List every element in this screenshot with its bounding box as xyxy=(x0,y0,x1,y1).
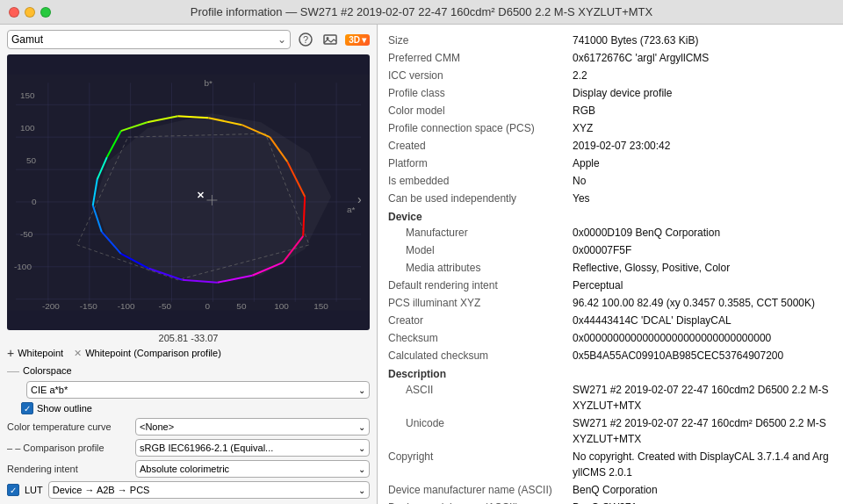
close-button[interactable] xyxy=(9,7,19,18)
svg-text:a*: a* xyxy=(347,205,356,214)
show-outline-row: ✓ Show outline xyxy=(21,402,370,414)
colorspace-select[interactable]: CIE a*b* ⌄ xyxy=(26,381,370,399)
cross-icon: + xyxy=(7,346,14,360)
info-value: Display device profile xyxy=(573,85,832,101)
comparison-profile-select[interactable]: sRGB IEC61966-2.1 (Equival... ⌄ xyxy=(135,439,370,457)
info-label: Created xyxy=(388,138,573,154)
table-row: Calculated checksum0x5B4A55AC09910AB985C… xyxy=(388,347,832,364)
info-value: Apple xyxy=(573,155,832,171)
right-panel: Size741000 Bytes (723.63 KiB)Preferred C… xyxy=(378,25,843,504)
whitepoint-label: Whitepoint xyxy=(18,348,63,358)
comparison-whitepoint-legend: ✕ Whitepoint (Comparison profile) xyxy=(74,346,221,360)
table-row: Manufacturer0x0000D109 BenQ Corporation xyxy=(388,224,832,241)
info-label: PCS illuminant XYZ xyxy=(388,295,573,311)
check-icon: ✓ xyxy=(24,404,31,414)
lut-value: Device → A2B → PCS xyxy=(53,485,150,495)
info-label: Model xyxy=(388,242,573,258)
svg-text:50: 50 xyxy=(26,155,37,165)
info-label: Device manufacturer name (ASCII) xyxy=(388,482,573,498)
rendering-intent-select[interactable]: Absolute colorimetric ⌄ xyxy=(135,460,370,478)
rendering-intent-value: Absolute colorimetric xyxy=(140,464,229,474)
section-header: Device xyxy=(388,211,832,223)
info-value: SW271 #2 2019-02-07 22-47 160cdm² D6500 … xyxy=(573,415,832,447)
table-row: Preferred CMM0x6172676C 'argl' ArgyllCMS xyxy=(388,49,832,67)
svg-text:100: 100 xyxy=(274,301,289,311)
table-row: Is embeddedNo xyxy=(388,172,832,190)
info-value: 0x44443414C 'DCAL' DisplayCAL xyxy=(573,313,832,328)
info-label: Color model xyxy=(388,103,573,119)
comparison-profile-arrow: ⌄ xyxy=(358,443,365,453)
info-label: Can be used independently xyxy=(388,191,573,206)
info-label: ASCII xyxy=(388,382,573,414)
info-label: Creator xyxy=(388,313,573,328)
color-temp-select[interactable]: <None> ⌄ xyxy=(135,418,370,436)
info-value: RGB xyxy=(573,103,832,119)
chevron-down-icon: ⌄ xyxy=(277,33,286,46)
table-row: Media attributesReflective, Glossy, Posi… xyxy=(388,259,832,277)
gamut-select-value: Gamut xyxy=(11,33,43,46)
table-row: Profile connection space (PCS)XYZ xyxy=(388,119,832,137)
maximize-button[interactable] xyxy=(40,7,51,18)
info-label: Profile connection space (PCS) xyxy=(388,120,573,136)
svg-text:100: 100 xyxy=(20,123,35,133)
comparison-whitepoint-label: Whitepoint (Comparison profile) xyxy=(85,348,221,358)
info-label: ICC version xyxy=(388,68,573,83)
info-value: 0x5B4A55AC09910AB985CEC53764907200 xyxy=(573,348,832,364)
info-label: Platform xyxy=(388,155,573,171)
show-outline-checkbox[interactable]: ✓ xyxy=(21,402,33,414)
info-label: Unicode xyxy=(388,415,573,447)
info-label: Device model name (ASCII) xyxy=(388,500,573,504)
left-panel: Gamut ⌄ ? 3D ▾ xyxy=(0,25,378,504)
table-row: PlatformApple xyxy=(388,155,832,172)
top-controls: Gamut ⌄ ? 3D ▾ xyxy=(7,30,370,49)
svg-text:-50: -50 xyxy=(159,301,172,311)
colorspace-row: CIE a*b* ⌄ xyxy=(7,381,370,399)
svg-text:-50: -50 xyxy=(20,229,33,239)
table-row: Created2019-02-07 23:00:42 xyxy=(388,137,832,155)
info-label: Is embedded xyxy=(388,173,573,189)
table-row: Device manufacturer name (ASCII)BenQ Cor… xyxy=(388,481,832,499)
info-value: 0x00007F5F xyxy=(573,242,832,258)
gamut-chart: 150 100 50 0 -50 -100 -200 -150 -100 -50… xyxy=(7,54,370,330)
comparison-profile-value: sRGB IEC61966-2.1 (Equival... xyxy=(140,443,273,453)
svg-text:-200: -200 xyxy=(42,301,60,311)
lut-check-icon: ✓ xyxy=(10,486,17,495)
info-label: Copyright xyxy=(388,449,573,480)
svg-text:-100: -100 xyxy=(118,301,135,311)
colorspace-value: CIE a*b* xyxy=(31,385,68,395)
svg-text:-100: -100 xyxy=(14,262,32,271)
info-value: 2019-02-07 23:00:42 xyxy=(573,138,832,154)
table-row: Creator0x44443414C 'DCAL' DisplayCAL xyxy=(388,312,832,329)
help-button[interactable]: ? xyxy=(296,30,315,49)
info-value: Perceptual xyxy=(573,277,832,293)
table-row: Default rendering intentPerceptual xyxy=(388,277,832,294)
svg-text:-150: -150 xyxy=(80,301,97,311)
info-label: Profile class xyxy=(388,85,573,101)
svg-text:50: 50 xyxy=(236,301,247,311)
info-label: Media attributes xyxy=(388,260,573,276)
lut-select[interactable]: Device → A2B → PCS ⌄ xyxy=(48,481,370,499)
minimize-button[interactable] xyxy=(25,7,35,18)
info-label: Checksum xyxy=(388,330,573,346)
svg-text:›: › xyxy=(357,192,362,206)
rendering-intent-row: Rendering intent Absolute colorimetric ⌄ xyxy=(7,460,370,478)
image-button[interactable] xyxy=(321,30,340,49)
table-row: CopyrightNo copyright. Created with Disp… xyxy=(388,448,832,481)
svg-text:0: 0 xyxy=(205,301,210,311)
table-row: ASCIISW271 #2 2019-02-07 22-47 160cdm2 D… xyxy=(388,381,832,414)
info-value: 741000 Bytes (723.63 KiB) xyxy=(573,32,832,48)
comparison-profile-row: – – Comparison profile sRGB IEC61966-2.1… xyxy=(7,439,370,457)
lut-label: LUT xyxy=(25,485,43,495)
rendering-intent-label: Rendering intent xyxy=(7,464,130,474)
colorspace-arrow: ⌄ xyxy=(358,385,365,395)
info-label: Calculated checksum xyxy=(388,348,573,364)
3d-badge[interactable]: 3D ▾ xyxy=(345,34,370,46)
lut-checkbox[interactable]: ✓ xyxy=(7,484,19,496)
colorspace-legend: — Colorspace xyxy=(7,364,72,378)
gamut-select[interactable]: Gamut ⌄ xyxy=(7,30,291,49)
chart-svg: 150 100 50 0 -50 -100 -200 -150 -100 -50… xyxy=(7,54,370,330)
info-label: Preferred CMM xyxy=(388,50,573,66)
svg-text:150: 150 xyxy=(20,90,35,100)
svg-text:b*: b* xyxy=(204,78,213,88)
times-icon: ✕ xyxy=(74,348,82,359)
